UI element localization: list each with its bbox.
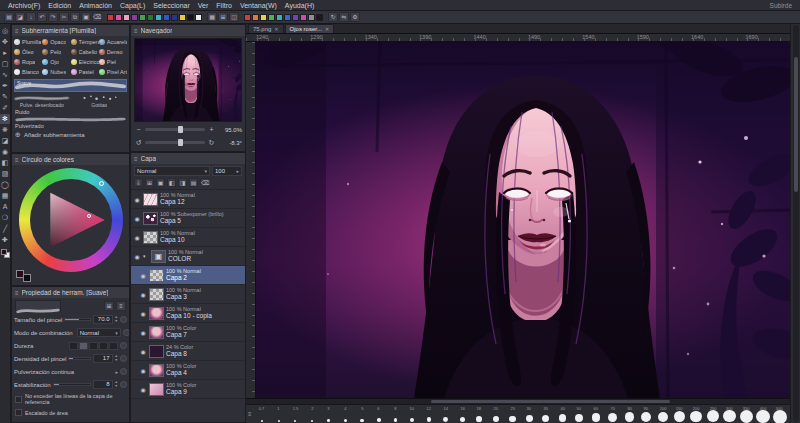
- brush-size-500[interactable]: 500: [771, 405, 788, 423]
- color-swatch-2[interactable]: [260, 14, 267, 21]
- brush-size-10[interactable]: 10: [404, 405, 421, 423]
- brush-size-60[interactable]: 60: [588, 405, 605, 423]
- grid-icon[interactable]: ▦: [207, 12, 217, 22]
- color-swatch-11[interactable]: [195, 14, 202, 21]
- layer-visibility-icon[interactable]: ◉: [139, 386, 147, 393]
- slider-track[interactable]: [53, 383, 91, 386]
- layer-row-capa-2[interactable]: ◉100 % NormalCapa 2: [131, 266, 245, 285]
- panel-menu-icon[interactable]: ≡: [15, 28, 19, 34]
- brush-size-150[interactable]: 150: [671, 405, 688, 423]
- layer-visibility-icon[interactable]: ◉: [139, 272, 147, 279]
- delete-layer-icon[interactable]: ⌫: [200, 178, 209, 187]
- move-tool[interactable]: ✥: [0, 37, 10, 47]
- layer-visibility-icon[interactable]: ◉: [133, 234, 141, 241]
- brush-size-100[interactable]: 100: [654, 405, 671, 423]
- background-color-swatch[interactable]: [23, 274, 31, 282]
- layer-visibility-icon[interactable]: ◉: [133, 196, 141, 203]
- zoom-tool[interactable]: ◎: [0, 26, 10, 36]
- foreground-color-swatch[interactable]: [16, 270, 24, 278]
- subtool-item-pulverizado[interactable]: Pulverizado: [12, 123, 129, 129]
- panel-menu-icon[interactable]: ≡: [15, 157, 19, 163]
- brush-size-250[interactable]: 250: [705, 405, 722, 423]
- redo-icon[interactable]: ↷: [48, 12, 58, 22]
- menu-item-ventana-w[interactable]: Ventana(W): [236, 2, 281, 9]
- document-tab-ojos-roser[interactable]: Ojos roser...✕: [285, 24, 335, 33]
- canvas-artwork[interactable]: [256, 42, 790, 398]
- selection-tool[interactable]: ▢: [0, 59, 10, 69]
- layer-visibility-icon[interactable]: ◉: [139, 367, 147, 374]
- subtool-item-denso[interactable]: Denso: [99, 47, 127, 57]
- horizontal-scroll-thumb[interactable]: [431, 400, 670, 403]
- layer-visibility-icon[interactable]: ◉: [139, 348, 147, 355]
- eraser-tool[interactable]: ◪: [0, 136, 10, 146]
- subtool-item-acuarela[interactable]: Acuarela: [99, 37, 127, 47]
- layer-row-capa-8[interactable]: ◉24 % ColorCapa 8: [131, 342, 245, 361]
- menu-item-capa-l[interactable]: Capa(L): [116, 2, 149, 9]
- object-tool[interactable]: ▸: [0, 48, 10, 58]
- blend-tool[interactable]: ◉: [0, 147, 10, 157]
- brush-size-25[interactable]: 25: [504, 405, 521, 423]
- brush-size-30[interactable]: 30: [521, 405, 538, 423]
- cut-icon[interactable]: ✂: [59, 12, 69, 22]
- text-tool[interactable]: A: [0, 202, 10, 212]
- color-swatch-10[interactable]: [187, 14, 194, 21]
- row-indicator-icon[interactable]: [120, 342, 127, 349]
- layer-row-capa-3[interactable]: ◉100 % NormalCapa 3: [131, 285, 245, 304]
- rotate-left-icon[interactable]: ↺: [134, 139, 143, 147]
- strip-menu-icon[interactable]: ≡: [248, 411, 252, 417]
- subtool-item-plumilla[interactable]: Plumilla: [14, 37, 42, 47]
- rotate-slider[interactable]: [145, 141, 205, 144]
- brush-size-1[interactable]: 1: [270, 405, 287, 423]
- zoom-slider[interactable]: [145, 128, 205, 131]
- brush-size-8[interactable]: 8: [387, 405, 404, 423]
- brush-size-18[interactable]: 18: [471, 405, 488, 423]
- frame-tool[interactable]: ▦: [0, 191, 10, 201]
- zoom-slider-thumb[interactable]: [178, 126, 183, 133]
- color-swatch-8[interactable]: [308, 14, 315, 21]
- flip-view-icon[interactable]: ⇋: [339, 12, 349, 22]
- row-indicator-icon[interactable]: [123, 329, 130, 336]
- brush-size-40[interactable]: 40: [554, 405, 571, 423]
- property-menu-icon[interactable]: ≡: [116, 301, 126, 311]
- slider-track[interactable]: [68, 357, 90, 360]
- color-swatch-6[interactable]: [292, 14, 299, 21]
- slider-track[interactable]: [64, 318, 90, 321]
- layer-row-capa-5[interactable]: ◉100 % Subexponer (brillo)Capa 5: [131, 209, 245, 228]
- delete-icon[interactable]: ⌫: [92, 12, 102, 22]
- brush-size-16[interactable]: 16: [454, 405, 471, 423]
- brush-size-90[interactable]: 90: [638, 405, 655, 423]
- brush-size-4[interactable]: 4: [337, 405, 354, 423]
- layer-visibility-icon[interactable]: ◉: [139, 291, 147, 298]
- layer-row-capa-4[interactable]: ◉100 % ColorCapa 4: [131, 361, 245, 380]
- menu-item-seleccionar[interactable]: Seleccionar: [149, 2, 194, 9]
- rotate-view-icon[interactable]: ↻: [328, 12, 338, 22]
- menu-item-ver[interactable]: Ver: [194, 2, 213, 9]
- airbrush-tool[interactable]: ✻: [0, 114, 10, 124]
- property-value[interactable]: 17: [93, 354, 113, 363]
- brush-size-2[interactable]: 2: [304, 405, 321, 423]
- brush-size-300[interactable]: 300: [721, 405, 738, 423]
- rotate-right-icon[interactable]: ↻: [207, 139, 216, 147]
- subtool-item-nubes[interactable]: Nubes: [42, 67, 70, 77]
- brush-size-400[interactable]: 400: [755, 405, 772, 423]
- color-swatch-1[interactable]: [252, 14, 259, 21]
- menu-item-animaci-n[interactable]: Animación: [75, 2, 116, 9]
- color-swatch-4[interactable]: [276, 14, 283, 21]
- undo-icon[interactable]: ↶: [37, 12, 47, 22]
- brush-size-1-5[interactable]: 1.5: [287, 405, 304, 423]
- layer-mask-icon[interactable]: ◧: [167, 178, 176, 187]
- brush-tool[interactable]: ✐: [0, 103, 10, 113]
- subtool-item-ropa[interactable]: Ropa: [14, 57, 42, 67]
- folder-expand-icon[interactable]: ▾: [143, 253, 149, 259]
- color-swatch-3[interactable]: [268, 14, 275, 21]
- subtool-item-gotitas[interactable]: Gotitas: [72, 94, 128, 108]
- blend-mode-select[interactable]: Normal ▾: [134, 166, 210, 176]
- new-file-icon[interactable]: ▤: [4, 12, 14, 22]
- pen-tool[interactable]: ✒: [0, 81, 10, 91]
- layer-row-capa-7[interactable]: ◉100 % ColorCapa 7: [131, 323, 245, 342]
- navigator-preview[interactable]: [134, 38, 242, 122]
- brush-size-35[interactable]: 35: [537, 405, 554, 423]
- zoom-out-icon[interactable]: −: [134, 126, 143, 133]
- brush-size-0-7[interactable]: 0.7: [254, 405, 271, 423]
- ruler-icon[interactable]: ◫: [229, 12, 239, 22]
